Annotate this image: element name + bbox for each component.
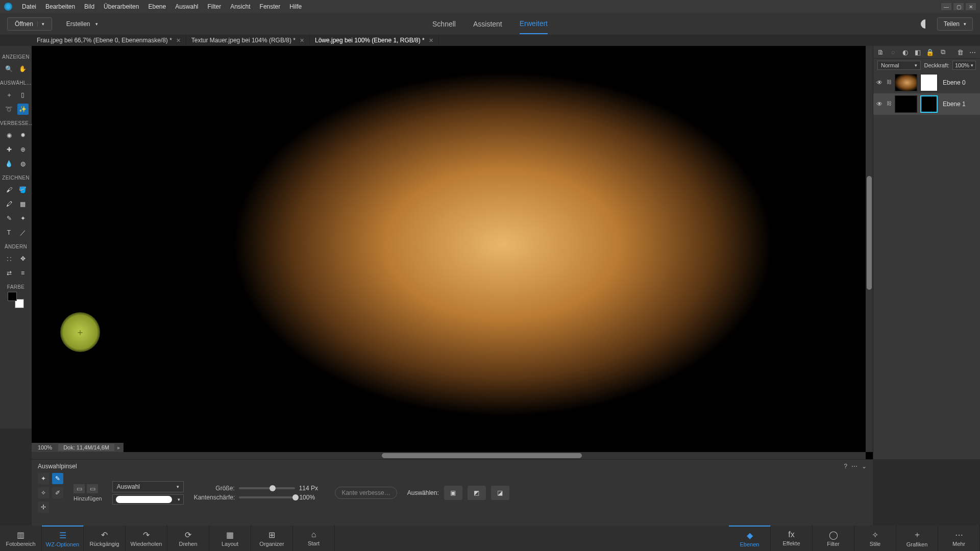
- shape-icon[interactable]: ✦: [17, 213, 29, 224]
- zoom-value[interactable]: 100%: [35, 444, 55, 451]
- menu-hilfe[interactable]: Hilfe: [285, 3, 306, 10]
- heal-icon[interactable]: ✚: [4, 144, 15, 155]
- layer-mask-thumbnail[interactable]: [920, 74, 938, 91]
- menu-bearbeiten[interactable]: Bearbeiten: [41, 3, 80, 10]
- line-icon[interactable]: ／: [17, 227, 29, 238]
- paint-icon[interactable]: 🖍: [4, 198, 15, 210]
- close-icon[interactable]: ✕: [176, 37, 181, 44]
- vertical-scrollbar[interactable]: [866, 46, 873, 452]
- layer-mask-thumbnail[interactable]: [920, 95, 938, 113]
- add-selection-icon[interactable]: ▭: [87, 484, 98, 493]
- layer-thumbnail[interactable]: [895, 95, 917, 113]
- brush-icon[interactable]: 🖌: [4, 184, 15, 195]
- layer-row[interactable]: 👁⛓Ebene 0: [873, 72, 980, 93]
- open-button[interactable]: Öffnen ▾: [7, 17, 52, 31]
- refine-brush-tool[interactable]: ✐: [52, 487, 63, 498]
- foreground-color[interactable]: [8, 292, 17, 301]
- taskbar-rückgängig[interactable]: ↶Rückgängig: [84, 525, 126, 551]
- visibility-icon[interactable]: 👁: [876, 101, 884, 108]
- window-maximize[interactable]: ▢: [953, 3, 964, 10]
- canvas[interactable]: ＋ 100% Dok: 11,4M/14,6M ▸: [32, 46, 873, 459]
- taskbar-filter[interactable]: ◯Filter: [813, 525, 854, 551]
- size-slider[interactable]: [239, 487, 295, 489]
- menu-datei[interactable]: Datei: [17, 3, 41, 10]
- selection-brush-tool[interactable]: ✎: [52, 473, 63, 484]
- layer-row[interactable]: 👁⛓Ebene 1: [873, 93, 980, 115]
- bucket-icon[interactable]: 🪣: [17, 184, 29, 195]
- crop-icon[interactable]: ⸬: [4, 253, 15, 264]
- layer-name[interactable]: Ebene 0: [943, 79, 966, 86]
- help-icon[interactable]: ?: [844, 463, 847, 470]
- taskbar-wiederholen[interactable]: ↷Wiederholen: [126, 525, 167, 551]
- open-caret-icon[interactable]: ▾: [37, 21, 44, 27]
- share-button[interactable]: Teilen ▾: [937, 17, 973, 31]
- taskbar-ebenen[interactable]: ◆Ebenen: [729, 525, 771, 551]
- plus-icon[interactable]: ＋: [4, 89, 15, 101]
- mode-tab-schnell[interactable]: Schnell: [432, 14, 456, 34]
- menu-bild[interactable]: Bild: [80, 3, 99, 10]
- spot-icon[interactable]: ✹: [17, 130, 29, 141]
- taskbar-grafiken[interactable]: ＋Grafiken: [896, 525, 938, 551]
- straighten-icon[interactable]: ≡: [17, 267, 29, 279]
- horizontal-scrollbar[interactable]: [32, 452, 866, 459]
- close-icon[interactable]: ✕: [429, 37, 433, 44]
- link-icon[interactable]: ⛓: [887, 79, 892, 86]
- menu-ansicht[interactable]: Ansicht: [226, 3, 255, 10]
- theme-toggle-icon[interactable]: [921, 19, 930, 29]
- window-minimize[interactable]: —: [941, 3, 951, 10]
- layer-name[interactable]: Ebene 1: [943, 101, 966, 108]
- menu-ebene[interactable]: Ebene: [143, 3, 170, 10]
- menu-fenster[interactable]: Fenster: [255, 3, 285, 10]
- sponge-icon[interactable]: ◍: [17, 158, 29, 169]
- wand-icon[interactable]: ✨: [17, 104, 29, 115]
- opacity-input[interactable]: 100% ▾: [952, 61, 976, 70]
- status-caret-icon[interactable]: ▸: [117, 444, 120, 451]
- taskbar-start[interactable]: ⌂Start: [293, 525, 335, 551]
- panel-menu-icon[interactable]: ⋯: [969, 48, 976, 56]
- new-selection-icon[interactable]: ▭: [74, 484, 85, 493]
- mask-icon[interactable]: ◐: [902, 48, 909, 56]
- brush-preset-select[interactable]: ▾: [112, 494, 184, 505]
- pencil-icon[interactable]: ✎: [4, 213, 15, 224]
- taskbar-stile[interactable]: ✧Stile: [854, 525, 896, 551]
- trash-icon[interactable]: 🗑: [957, 48, 964, 56]
- hand-icon[interactable]: ✋: [17, 63, 29, 74]
- redeye-icon[interactable]: ◉: [4, 130, 15, 141]
- recompose-icon[interactable]: ⇄: [4, 267, 15, 279]
- magic-wand-tool[interactable]: ✧: [38, 487, 49, 498]
- menu-filter[interactable]: Filter: [203, 3, 226, 10]
- taskbar-mehr[interactable]: ⋯Mehr: [938, 525, 980, 551]
- lock-icon[interactable]: 🔒: [926, 48, 934, 56]
- gradient-icon[interactable]: ▦: [17, 198, 29, 210]
- document-tab[interactable]: Frau.jpeg bei 66,7% (Ebene 0, Ebenenmask…: [32, 35, 186, 45]
- quick-select-tool[interactable]: ✦: [38, 473, 49, 484]
- taskbar-organizer[interactable]: ⊞Organizer: [251, 525, 293, 551]
- create-button[interactable]: Erstellen ▾: [61, 18, 103, 30]
- menu-auswahl[interactable]: Auswahl: [170, 3, 203, 10]
- select-sky-button[interactable]: ◪: [491, 486, 509, 500]
- select-background-button[interactable]: ◩: [468, 486, 486, 500]
- stamp-icon[interactable]: ⊕: [17, 144, 29, 155]
- taskbar-drehen[interactable]: ⟳Drehen: [167, 525, 209, 551]
- link-icon[interactable]: ⛓: [887, 101, 892, 108]
- taskbar-wz-optionen[interactable]: ☰WZ-Optionen: [42, 525, 84, 551]
- options-collapse-icon[interactable]: ⌄: [862, 463, 867, 470]
- lasso-icon[interactable]: ➰: [4, 104, 15, 115]
- feather-slider[interactable]: [239, 496, 295, 498]
- marquee-icon[interactable]: ▯: [17, 89, 29, 101]
- taskbar-fotobereich[interactable]: ▥Fotobereich: [0, 525, 42, 551]
- blend-mode-select[interactable]: Normal ▾: [877, 61, 921, 70]
- size-value[interactable]: 114 Px: [299, 485, 325, 492]
- color-swatch[interactable]: [8, 292, 24, 308]
- feather-value[interactable]: 100%: [299, 494, 325, 501]
- refine-edge-button[interactable]: Kante verbesse…: [335, 487, 397, 499]
- search-icon[interactable]: 🔍: [4, 63, 15, 74]
- window-close[interactable]: ✕: [966, 3, 976, 10]
- mode-tab-erweitert[interactable]: Erweitert: [520, 14, 548, 34]
- close-icon[interactable]: ✕: [300, 37, 304, 44]
- new-layer-icon[interactable]: 🗎: [877, 48, 885, 56]
- text-icon[interactable]: T: [4, 227, 15, 238]
- mode-tab-assistent[interactable]: Assistent: [473, 14, 502, 34]
- menu-überarbeiten[interactable]: Überarbeiten: [99, 3, 143, 10]
- taskbar-effekte[interactable]: fxEffekte: [771, 525, 813, 551]
